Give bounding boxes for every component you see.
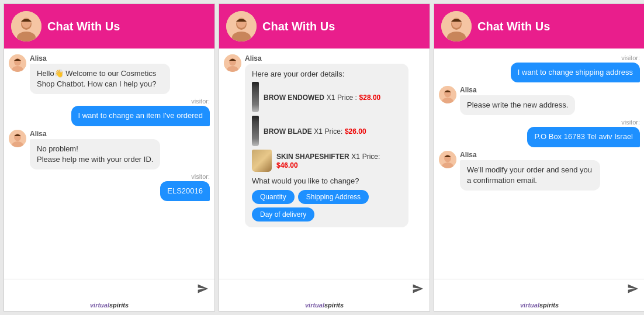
agent-message-5: Alisa We'll modify your order and send y… — [439, 151, 640, 191]
agent-avatar-2 — [9, 130, 26, 147]
footer-brand-1: virtualspirits — [4, 300, 214, 311]
chat-footer-1 — [4, 279, 214, 300]
order-item-1: BROW ENDOWED X1 Price : $28.00 — [252, 82, 401, 112]
visitor-message-3: visitor: I want to change shipping addre… — [439, 54, 640, 82]
agent-avatar-5 — [439, 151, 456, 168]
agent-avatar-3 — [224, 54, 241, 72]
send-button-3[interactable] — [627, 283, 639, 296]
chat-window-1: Chat With Us Alisa Hello👋 Welcome to our… — [4, 4, 215, 311]
visitor-bubble-1: I want to change an item I've ordered — [71, 106, 210, 126]
visitor-label-4: visitor: — [621, 119, 640, 126]
visitor-label-3: visitor: — [621, 54, 640, 61]
agent-message-4: Alisa Please write the new address. — [439, 86, 640, 115]
visitor-bubble-3: I want to change shipping address — [511, 63, 640, 82]
chat-header-2: Chat With Us — [219, 4, 430, 49]
agent-avatar-1 — [9, 54, 26, 72]
product-name-1: BROW ENDOWED — [264, 94, 324, 102]
visitor-message-2: visitor: ELS20016 — [9, 173, 210, 201]
agent-name-3: Alisa — [245, 54, 408, 63]
chat-window-2: Chat With Us Alisa Here are your order d… — [219, 4, 430, 311]
product-name-2: BROW BLADE — [264, 127, 312, 136]
agent-bubble-5: We'll modify your order and send you a c… — [460, 160, 600, 191]
chat-input-1[interactable] — [10, 285, 197, 295]
agent-bubble-1: Hello👋 Welcome to our Cosmetics Shop Cha… — [30, 64, 170, 94]
agent-message-3: Alisa Here are your order details: BROW … — [224, 54, 425, 227]
visitor-message-4: visitor: P.O Box 16783 Tel aviv Israel — [439, 119, 640, 147]
visitor-bubble-2: ELS20016 — [160, 181, 210, 201]
agent-avatar-4 — [439, 86, 456, 103]
agent-avatar-header-3 — [441, 11, 472, 41]
quantity-button[interactable]: Quantity — [252, 190, 295, 204]
chat-title-2: Chat With Us — [262, 20, 335, 33]
product-img-2 — [252, 116, 259, 146]
chat-body-3: visitor: I want to change shipping addre… — [434, 49, 644, 279]
product-img-1 — [252, 82, 259, 112]
chat-footer-3 — [434, 279, 644, 300]
agent-message-content-2: Alisa No problem!Please help me with you… — [30, 130, 160, 169]
chat-window-3: Chat With Us visitor: I want to change s… — [434, 4, 644, 311]
agent-message-1: Alisa Hello👋 Welcome to our Cosmetics Sh… — [9, 54, 210, 94]
visitor-label-1: visitor: — [191, 98, 210, 105]
product-img-3 — [252, 150, 272, 172]
product-price-label-3: Price: — [362, 153, 380, 161]
product-qty-3: X1 — [351, 153, 360, 161]
product-qty-2: X1 — [314, 127, 323, 136]
footer-brand-2: virtualspirits — [219, 300, 430, 311]
order-item-2: BROW BLADE X1 Price: $26.00 — [252, 116, 401, 146]
agent-message-content-5: Alisa We'll modify your order and send y… — [460, 151, 600, 191]
agent-avatar-header-1 — [11, 11, 41, 41]
visitor-message-1: visitor: I want to change an item I've o… — [9, 98, 210, 126]
agent-name-4: Alisa — [460, 86, 575, 94]
chat-title-3: Chat With Us — [477, 20, 550, 33]
agent-message-content-3: Alisa Here are your order details: BROW … — [245, 54, 408, 227]
chat-footer-2 — [219, 279, 430, 300]
footer-brand-3: virtualspirits — [434, 300, 644, 311]
shipping-address-button[interactable]: Shipping Address — [298, 190, 369, 204]
chat-title-1: Chat With Us — [47, 20, 120, 33]
agent-message-2: Alisa No problem!Please help me with you… — [9, 130, 210, 169]
order-intro-text: Here are your order details: — [252, 70, 401, 78]
chat-body-2: Alisa Here are your order details: BROW … — [219, 49, 430, 279]
product-name-3: SKIN SHAPESHIFTER — [276, 153, 349, 161]
product-price-1: $28.00 — [359, 94, 381, 102]
agent-name-5: Alisa — [460, 151, 600, 159]
product-price-2: $26.00 — [345, 127, 366, 136]
product-price-label-2: Price: — [325, 127, 343, 136]
agent-message-content-1: Alisa Hello👋 Welcome to our Cosmetics Sh… — [30, 54, 170, 94]
agent-message-content-4: Alisa Please write the new address. — [460, 86, 575, 115]
agent-bubble-4: Please write the new address. — [460, 95, 575, 115]
agent-avatar-header-2 — [226, 11, 257, 41]
agent-name-2: Alisa — [30, 130, 160, 138]
change-prompt-text: What would you like to change? — [252, 176, 401, 185]
product-qty-1: X1 — [327, 94, 335, 102]
visitor-bubble-4: P.O Box 16783 Tel aviv Israel — [527, 127, 640, 147]
product-price-label-1: Price : — [337, 94, 357, 102]
visitor-label-2: visitor: — [191, 173, 210, 180]
agent-bubble-2: No problem!Please help me with your orde… — [30, 139, 160, 169]
chat-header-1: Chat With Us — [4, 4, 214, 49]
send-button-2[interactable] — [412, 283, 424, 296]
chat-header-3: Chat With Us — [434, 4, 644, 49]
send-button-1[interactable] — [197, 283, 209, 296]
agent-name-1: Alisa — [30, 54, 170, 63]
order-item-3: SKIN SHAPESHIFTER X1 Price: $46.00 — [252, 150, 401, 172]
chat-input-2[interactable] — [225, 285, 412, 295]
chat-body-1: Alisa Hello👋 Welcome to our Cosmetics Sh… — [4, 49, 214, 279]
order-bubble: Here are your order details: BROW ENDOWE… — [245, 64, 408, 227]
chat-input-3[interactable] — [440, 285, 627, 295]
action-buttons: Quantity Shipping Address Day of deliver… — [252, 190, 401, 221]
day-of-delivery-button[interactable]: Day of delivery — [252, 207, 314, 221]
product-price-3: $46.00 — [276, 161, 298, 169]
